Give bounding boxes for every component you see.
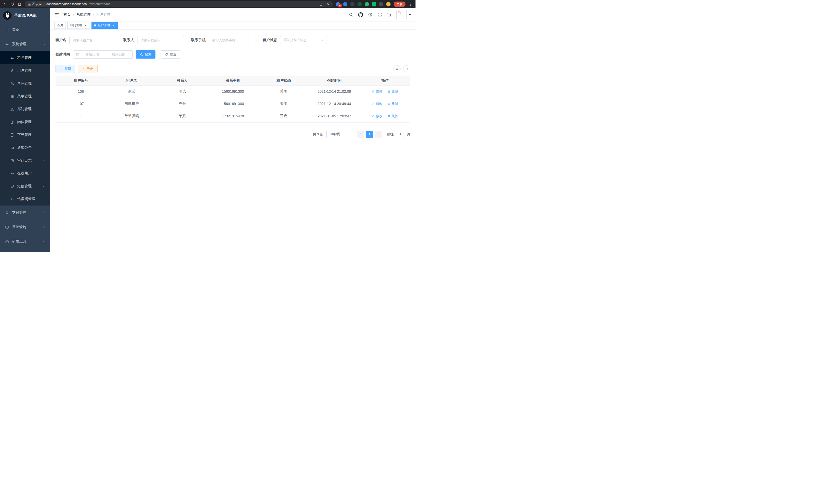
tab-dept-management[interactable]: 部门管理 × <box>67 22 90 29</box>
github-icon[interactable] <box>358 12 363 17</box>
sidebar-item-payment-management[interactable]: 支付管理 <box>0 206 50 220</box>
url-host: dashboard.yudao.iocoder.cn <box>47 2 87 6</box>
sidebar-item-post-management[interactable]: 岗位管理 <box>0 116 50 128</box>
browser-menu-kebab-icon[interactable] <box>408 2 412 6</box>
sidebar-item-system-management[interactable]: 系统管理 <box>0 37 50 51</box>
bookmark-star-icon[interactable] <box>326 2 330 6</box>
table-toolbar: 新增 导出 <box>56 65 410 73</box>
toggle-search-button[interactable] <box>393 65 401 72</box>
edit-link[interactable]: 修改 <box>372 101 382 106</box>
status-text: 关闭 <box>258 98 309 110</box>
delete-link[interactable]: 删除 <box>388 101 398 106</box>
help-icon[interactable] <box>368 12 373 17</box>
sidebar-item-menu-management[interactable]: 菜单管理 <box>0 90 50 103</box>
reset-button[interactable]: 重置 <box>161 50 180 59</box>
goto-page-input[interactable] <box>396 131 405 138</box>
user-icon <box>10 69 14 73</box>
security-status[interactable]: 不安全 <box>28 2 42 6</box>
sidebar-item-online-users[interactable]: 在线用户 <box>0 167 50 180</box>
sidebar-item-home[interactable]: 首页 <box>0 23 50 37</box>
status-text: 关闭 <box>258 85 309 98</box>
extension-icon-7[interactable] <box>379 2 383 6</box>
close-icon[interactable]: × <box>112 24 115 27</box>
tab-home[interactable]: 首页 <box>55 22 66 29</box>
edit-link[interactable]: 修改 <box>372 114 382 118</box>
tenant-users-icon <box>10 56 14 60</box>
edit-link[interactable]: 修改 <box>372 89 382 94</box>
extension-icon-3[interactable] <box>350 2 354 6</box>
tenant-name-input[interactable] <box>69 36 116 44</box>
browser-chrome: 不安全 dashboard.yudao.iocoder.cn/system/te… <box>0 0 416 8</box>
trash-icon <box>388 90 391 93</box>
font-size-icon[interactable] <box>387 12 392 17</box>
share-icon[interactable] <box>319 2 323 6</box>
create-time-range-picker[interactable]: 开始日期 - 结束日期 <box>73 50 133 59</box>
sidebar-item-notice[interactable]: 通知公告 <box>0 141 50 154</box>
avatar-image <box>397 10 407 19</box>
search-button[interactable]: 搜索 <box>136 50 155 59</box>
sidebar-item-dept-management[interactable]: 部门管理 <box>0 103 50 116</box>
sidebar-item-tenant-management[interactable]: 租户管理 <box>0 51 50 64</box>
browser-home-icon[interactable] <box>18 2 22 6</box>
add-button[interactable]: 新增 <box>56 65 75 73</box>
date-start-placeholder: 开始日期 <box>81 52 103 57</box>
close-icon[interactable]: × <box>84 24 87 27</box>
audit-log-icon <box>10 159 14 162</box>
caret-down-icon <box>408 13 411 16</box>
breadcrumb-home[interactable]: 首页 <box>63 12 71 17</box>
table-header-row: 租户编号 租户名 联系人 联系手机 租户状态 创建时间 操作 <box>56 76 410 85</box>
col-contact: 联系人 <box>157 76 208 85</box>
sidebar-menu: 首页 系统管理 租户管理 用户管理 角色管理 菜单管理 <box>0 23 50 252</box>
tenant-table: 租户编号 租户名 联系人 联系手机 租户状态 创建时间 操作 108 测试 测试 <box>56 76 410 122</box>
profile-avatar-icon[interactable] <box>386 2 391 6</box>
calendar-icon <box>76 53 79 56</box>
sidebar-item-sms-management[interactable]: 短信管理 <box>0 180 50 192</box>
next-page-button[interactable] <box>375 131 382 138</box>
app-logo[interactable]: 芋道管理系统 <box>0 8 50 23</box>
date-separator: - <box>105 53 106 57</box>
tenant-status-select[interactable]: 请选择租户状态 <box>280 36 327 44</box>
back-icon[interactable] <box>3 2 7 6</box>
extension-icon-2[interactable] <box>343 2 347 6</box>
refresh-table-button[interactable] <box>403 65 410 72</box>
page-size-select[interactable]: 10条/页 <box>326 131 352 138</box>
export-button[interactable]: 导出 <box>78 65 98 73</box>
extension-icon-1[interactable]: 10 <box>336 2 340 6</box>
sidebar-item-infrastructure[interactable]: 基础设施 <box>0 220 50 234</box>
address-bar[interactable]: 不安全 dashboard.yudao.iocoder.cn/system/te… <box>25 1 333 7</box>
delete-link[interactable]: 删除 <box>388 89 398 94</box>
id-badge-icon <box>10 120 14 124</box>
tab-tenant-management[interactable]: 租户管理 × <box>91 22 118 29</box>
contact-input[interactable] <box>137 36 184 44</box>
breadcrumb-system[interactable]: 系统管理 <box>76 12 91 17</box>
refresh-icon <box>165 53 168 56</box>
fullscreen-icon[interactable] <box>377 12 382 17</box>
goto-label: 前往 <box>387 132 394 137</box>
extension-icon-4[interactable] <box>357 2 362 6</box>
reload-icon[interactable] <box>10 2 15 6</box>
extension-icon-6[interactable] <box>372 2 376 6</box>
sidebar-item-dev-tools[interactable]: 研发工具 <box>0 234 50 249</box>
header-search-icon[interactable] <box>349 12 353 17</box>
extension-icon-5[interactable] <box>365 2 369 6</box>
status-text: 开启 <box>258 110 309 122</box>
prev-page-button[interactable] <box>357 131 364 138</box>
sidebar-item-audit-log[interactable]: 审计日志 <box>0 154 50 167</box>
user-avatar[interactable] <box>397 10 411 19</box>
browser-update-button[interactable]: 更新 <box>394 2 405 7</box>
org-tree-icon <box>10 108 14 111</box>
book-icon <box>10 133 14 137</box>
col-created: 创建时间 <box>309 76 360 85</box>
sidebar-item-role-management[interactable]: 角色管理 <box>0 77 50 90</box>
sidebar-item-user-management[interactable]: 用户管理 <box>0 64 50 77</box>
extensions-area: 10 <box>336 2 391 6</box>
message-icon <box>10 146 14 150</box>
sidebar-toggle-icon[interactable] <box>50 8 63 21</box>
phone-input[interactable] <box>209 36 255 44</box>
sidebar-item-error-code-management[interactable]: 错误码管理 <box>0 192 50 206</box>
delete-link[interactable]: 删除 <box>388 114 398 118</box>
table-row: 1 芋道源码 芋艿 17321315478 开启 2021-01-05 17:0… <box>56 110 410 122</box>
current-page-button[interactable]: 1 <box>366 131 373 138</box>
sidebar-item-dict-management[interactable]: 字典管理 <box>0 128 50 141</box>
download-icon <box>82 67 85 71</box>
